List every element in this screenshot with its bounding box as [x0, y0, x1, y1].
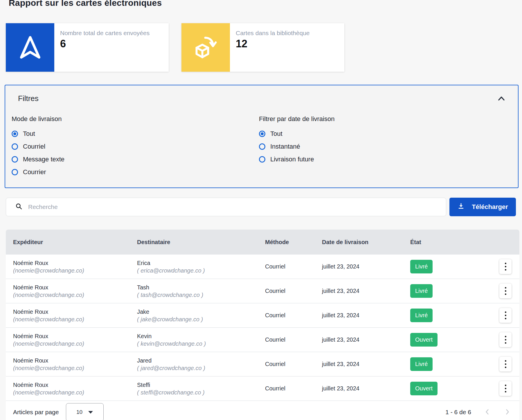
- radio-button-icon[interactable]: [12, 156, 18, 163]
- sender-name: Noémie Roux: [13, 357, 137, 364]
- row-menu-button[interactable]: [499, 332, 512, 347]
- radio-button-icon[interactable]: [12, 169, 18, 175]
- library-box-icon: [181, 23, 230, 72]
- filters-panel: Filtres Mode de livraison Tout Courriel …: [5, 85, 519, 188]
- sender-name: Noémie Roux: [13, 259, 137, 267]
- row-menu-button[interactable]: [499, 284, 512, 298]
- radio-option-label: Message texte: [23, 156, 64, 163]
- kebab-icon: [505, 360, 506, 362]
- row-menu-button[interactable]: [499, 357, 512, 372]
- stat-label: Nombre total de cartes envoyées: [60, 30, 150, 37]
- filter-group-options: Tout Courriel Message texte Courrier: [12, 127, 259, 179]
- kebab-icon: [505, 287, 506, 289]
- delivery-date-cell: juillet 23, 2024: [322, 263, 410, 270]
- recipient-email: ( jake@crowdchange.co ): [137, 316, 265, 323]
- stat-value: 12: [236, 38, 310, 50]
- status-badge: Ouvert: [410, 382, 438, 395]
- radio-option[interactable]: Tout: [259, 127, 506, 140]
- table-row: Noémie Roux (noemie@crowdchange.co) Kevi…: [6, 328, 519, 352]
- sender-name: Noémie Roux: [13, 332, 137, 340]
- recipient-name: Steffi: [137, 381, 265, 389]
- radio-button-icon[interactable]: [12, 131, 18, 137]
- filter-group: Filtrer par date de livraison Tout Insta…: [259, 115, 506, 179]
- radio-option-label: Tout: [270, 130, 282, 138]
- method-cell: Courriel: [265, 312, 322, 319]
- row-menu-button[interactable]: [499, 308, 512, 323]
- items-per-page-select[interactable]: 10: [66, 403, 104, 420]
- radio-button-icon[interactable]: [259, 143, 265, 150]
- chevron-up-icon: [497, 98, 506, 102]
- sender-email: (noemie@crowdchange.co): [13, 340, 137, 347]
- header-destinataire: Destinataire: [137, 239, 265, 246]
- stat-card-sent: Nombre total de cartes envoyées 6: [6, 23, 169, 72]
- delivery-date-cell: juillet 23, 2024: [322, 385, 410, 392]
- next-page-button[interactable]: [502, 408, 513, 416]
- status-badge: Livré: [410, 284, 433, 298]
- download-button[interactable]: Télécharger: [449, 198, 516, 216]
- recipient-email: ( jared@crowdchange.co ): [137, 364, 265, 372]
- table-row: Noémie Roux (noemie@crowdchange.co) Jake…: [6, 303, 519, 328]
- method-cell: Courriel: [265, 361, 322, 367]
- status-badge: Livré: [410, 260, 433, 273]
- search-icon: [15, 203, 22, 211]
- stat-value: 6: [60, 38, 150, 50]
- items-per-page-label: Articles par page: [13, 409, 59, 416]
- filters-title: Filtres: [18, 94, 506, 103]
- pagination-range: 1 - 6 de 6: [445, 409, 471, 416]
- radio-option[interactable]: Tout: [12, 127, 259, 140]
- radio-option[interactable]: Livraison future: [259, 153, 506, 166]
- search-input[interactable]: [28, 203, 406, 210]
- stat-cards: Nombre total de cartes envoyées 6 Cartes…: [6, 23, 344, 72]
- filters-collapse-button[interactable]: [496, 95, 507, 103]
- recipient-email: ( steffi@crowdchange.co ): [137, 389, 265, 396]
- recipient-email: ( erica@crowdchange.co ): [137, 267, 265, 274]
- table-body: Noémie Roux (noemie@crowdchange.co) Eric…: [6, 255, 519, 401]
- delivery-date-cell: juillet 23, 2024: [322, 361, 410, 367]
- radio-button-icon[interactable]: [259, 156, 265, 163]
- row-menu-button[interactable]: [499, 259, 512, 274]
- recipient-name: Tash: [137, 284, 265, 291]
- sender-name: Noémie Roux: [13, 381, 137, 389]
- radio-option[interactable]: Message texte: [12, 153, 259, 166]
- status-badge: Ouvert: [410, 333, 438, 347]
- chevron-right-icon: [504, 412, 511, 416]
- kebab-icon: [505, 385, 506, 386]
- header-date-de-livraison: Date de livraison: [322, 239, 410, 246]
- radio-option[interactable]: Courriel: [12, 140, 259, 153]
- stat-card-library: Cartes dans la bibliothèque 12: [181, 23, 344, 72]
- radio-option[interactable]: Courrier: [12, 166, 259, 179]
- sender-email: (noemie@crowdchange.co): [13, 364, 137, 372]
- recipient-email: ( tash@crowdchange.co ): [137, 291, 265, 299]
- recipient-email: ( kevin@crowdchange.co ): [137, 340, 265, 347]
- radio-button-icon[interactable]: [12, 143, 18, 150]
- kebab-icon: [505, 336, 506, 337]
- recipient-name: Erica: [137, 259, 265, 267]
- previous-page-button[interactable]: [482, 408, 493, 416]
- table-row: Noémie Roux (noemie@crowdchange.co) Stef…: [6, 376, 519, 401]
- table-row: Noémie Roux (noemie@crowdchange.co) Jare…: [6, 352, 519, 376]
- send-arrow-icon: [6, 23, 54, 72]
- sender-email: (noemie@crowdchange.co): [13, 267, 137, 274]
- radio-option-label: Courriel: [23, 143, 45, 150]
- filter-group-label: Mode de livraison: [12, 115, 259, 123]
- radio-button-icon[interactable]: [259, 131, 265, 137]
- search-box: [6, 198, 446, 216]
- radio-option-label: Courrier: [23, 168, 46, 176]
- report-table: Expéditeur Destinataire Méthode Date de …: [6, 230, 519, 420]
- delivery-date-cell: juillet 23, 2024: [322, 288, 410, 294]
- filter-groups: Mode de livraison Tout Courriel Message …: [12, 115, 506, 179]
- radio-option[interactable]: Instantané: [259, 140, 506, 153]
- header-etat: État: [410, 239, 493, 246]
- sender-email: (noemie@crowdchange.co): [13, 291, 137, 299]
- download-button-label: Télécharger: [472, 203, 508, 211]
- kebab-icon: [505, 263, 506, 264]
- header-methode: Méthode: [265, 239, 322, 246]
- radio-option-label: Livraison future: [270, 156, 314, 163]
- table-row: Noémie Roux (noemie@crowdchange.co) Tash…: [6, 279, 519, 303]
- recipient-name: Jake: [137, 308, 265, 316]
- delivery-date-cell: juillet 23, 2024: [322, 336, 410, 343]
- radio-option-label: Tout: [23, 130, 35, 138]
- method-cell: Courriel: [265, 336, 322, 343]
- row-menu-button[interactable]: [499, 381, 512, 396]
- items-per-page-value: 10: [76, 409, 82, 415]
